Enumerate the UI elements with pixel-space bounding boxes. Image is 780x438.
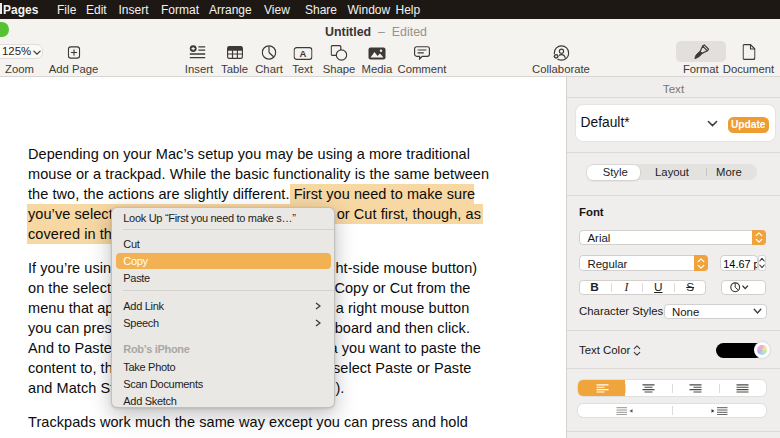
svg-text:A: A (299, 48, 306, 59)
